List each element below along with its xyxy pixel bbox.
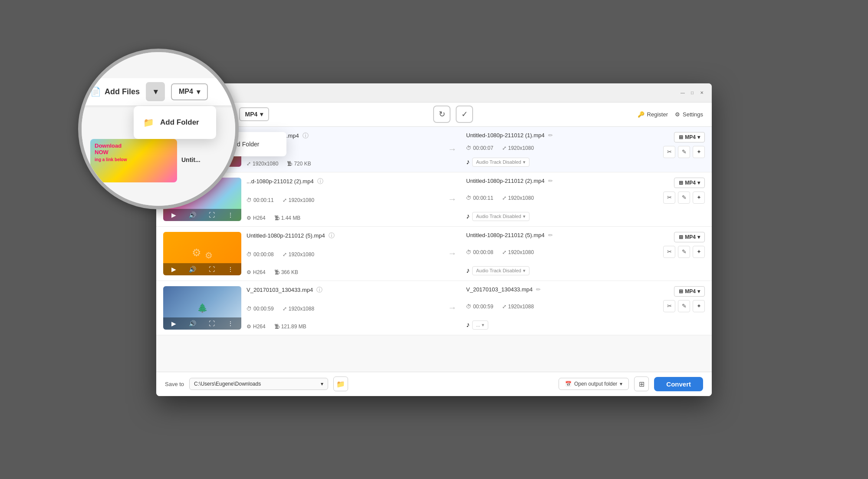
info-icon[interactable]: ⓘ — [329, 232, 335, 240]
close-button[interactable]: ✕ — [699, 89, 705, 96]
scissors-button[interactable]: ✂ — [663, 146, 675, 158]
output-meta: ⏱ 00:00:07 ⤢ 1920x1080 — [466, 145, 658, 151]
fullscreen-button[interactable]: ⛶ — [207, 319, 217, 328]
codec-meta: ⚙ H264 — [247, 324, 266, 330]
play-button[interactable]: ▶ — [170, 319, 178, 328]
output-format-tag[interactable]: ⊞ MP4 ▾ — [674, 232, 705, 242]
info-icon[interactable]: ⓘ — [302, 132, 309, 140]
output-info: V_20170103_130433.mp4 ✏ ⏱ 00:00:59 ⤢ 192… — [466, 286, 658, 330]
fullscreen-button[interactable]: ⛶ — [207, 265, 217, 274]
edit-button[interactable]: ✎ — [678, 246, 690, 258]
mag-add-files-label: 📄 Add Files — [90, 86, 140, 97]
resize-icon: ⤢ — [247, 161, 251, 167]
check-button[interactable]: ✓ — [456, 106, 473, 123]
info-icon[interactable]: ⓘ — [316, 286, 322, 294]
output-name-row: Untitled-1080p-211012 (2).mp4 ✏ — [466, 178, 658, 184]
edit-button[interactable]: ✎ — [678, 300, 690, 312]
scissors-button[interactable]: ✂ — [663, 300, 675, 312]
mag-dropdown-arrow: ▾ — [146, 82, 165, 101]
edit-name-icon[interactable]: ✏ — [548, 178, 553, 184]
format-arrow-icon: ▾ — [260, 111, 263, 118]
play-button[interactable]: ▶ — [170, 265, 178, 274]
settings-button[interactable]: ⚙ Settings — [675, 111, 703, 118]
file-meta-2: ⚙ H264 🗜 366 KB — [247, 269, 438, 275]
audio-track-dropdown[interactable]: Audio Track Disabled ▾ — [472, 266, 529, 275]
size-meta: 🗜 720 KB — [287, 161, 311, 167]
mag-add-folder-item: 📁 Add Folder — [134, 110, 216, 135]
arrow-col: → — [444, 178, 461, 221]
resize-icon: ⤢ — [283, 197, 287, 203]
fullscreen-button[interactable]: ⛶ — [207, 211, 217, 219]
edit-name-icon[interactable]: ✏ — [548, 232, 553, 238]
settings-label: Settings — [683, 111, 703, 118]
audio-track-label: Audio Track Disabled — [476, 268, 521, 273]
volume-button[interactable]: 🔊 — [187, 265, 198, 274]
bottom-bar: Save to C:\Users\Eugene\Downloads ▾ 📁 📅 … — [156, 372, 712, 396]
open-folder-button[interactable]: 📁 — [333, 377, 348, 391]
scissors-button[interactable]: ✂ — [663, 246, 675, 258]
resize-icon2: ⤢ — [502, 304, 506, 310]
arrow-right-icon: → — [448, 248, 457, 258]
edit-button[interactable]: ✎ — [678, 146, 690, 158]
minimize-button[interactable]: — — [680, 89, 686, 96]
refresh-button[interactable]: ↻ — [433, 106, 450, 123]
volume-button[interactable]: 🔊 — [187, 319, 198, 328]
format-chevron-icon: ▾ — [697, 234, 700, 240]
volume-button[interactable]: 🔊 — [187, 211, 198, 219]
output-name: V_20170103_130433.mp4 — [466, 286, 533, 293]
wand-button[interactable]: ✦ — [693, 146, 705, 158]
play-button[interactable]: ▶ — [170, 211, 178, 219]
mag-add-folder-icon: 📁 — [143, 117, 154, 128]
open-output-folder-button[interactable]: 📅 Open output folder ▾ — [559, 378, 629, 390]
output-actions: ⊞ MP4 ▾ ✂ ✎ ✦ — [663, 232, 705, 275]
more-button[interactable]: ⋮ — [226, 211, 235, 219]
edit-button[interactable]: ✎ — [678, 192, 690, 204]
edit-name-icon[interactable]: ✏ — [548, 132, 553, 139]
output-name: Untitled-1080p-211012 (2).mp4 — [466, 178, 545, 184]
info-icon[interactable]: ⓘ — [317, 178, 323, 185]
output-info: Untitled-1080p-211012 (2).mp4 ✏ ⏱ 00:00:… — [466, 178, 658, 221]
edit-name-icon[interactable]: ✏ — [536, 286, 541, 293]
refresh-icon: ↻ — [439, 109, 445, 119]
file-name: ...d-1080p-211012 (2).mp4 — [247, 178, 314, 185]
more-button[interactable]: ⋮ — [226, 319, 235, 328]
audio-track-dropdown[interactable]: Audio Track Disabled ▾ — [472, 212, 529, 221]
codec-icon: ⚙ — [247, 215, 251, 221]
register-icon: 🔑 — [638, 111, 644, 118]
register-button[interactable]: 🔑 Register — [638, 111, 668, 118]
scissors-button[interactable]: ✂ — [663, 192, 675, 204]
toolbar-center: ↻ ✓ — [274, 106, 632, 123]
save-path-input[interactable]: C:\Users\Eugene\Downloads ▾ — [189, 378, 328, 390]
output-format-tag[interactable]: ⊞ MP4 ▾ — [674, 132, 705, 142]
output-info: Untitled-1080p-211012 (1).mp4 ✏ ⏱ 00:00:… — [466, 132, 658, 167]
wand-button[interactable]: ✦ — [693, 300, 705, 312]
audio-track-dropdown[interactable]: ... ▾ — [472, 320, 488, 330]
folder-icon: 📁 — [336, 380, 345, 388]
thumbnail-overlay: ▶ 🔊 ⛶ ⋮ — [163, 317, 241, 330]
format-selector-button[interactable]: MP4 ▾ — [239, 107, 270, 121]
maximize-button[interactable]: □ — [689, 89, 695, 96]
output-folder-label: Open output folder — [574, 381, 617, 387]
grid-view-icon: ⊞ — [639, 380, 644, 388]
duration-meta: ⏱ 00:00:08 — [247, 251, 274, 258]
resolution-meta: ⤢ 1920x1080 — [283, 251, 314, 258]
wand-button[interactable]: ✦ — [693, 192, 705, 204]
clock-icon: ⏱ — [247, 306, 252, 312]
output-format-tag[interactable]: ⊞ MP4 ▾ — [674, 286, 705, 297]
file-name-row: ...d-1080p-211012 (2).mp4 ⓘ — [247, 178, 438, 185]
content-area[interactable]: ▶ 🔊 ⛶ ⋮ Untit... ...op 211012 (1).mp4 ⓘ — [156, 127, 712, 372]
arrow-right-icon: → — [448, 194, 457, 204]
output-duration: ⏱ 00:00:59 — [466, 304, 493, 310]
chevron-down-icon: ▾ — [523, 268, 526, 274]
output-duration: ⏱ 00:00:11 — [466, 195, 493, 201]
wand-button[interactable]: ✦ — [693, 246, 705, 258]
grid-view-button[interactable]: ⊞ — [634, 377, 649, 391]
more-button[interactable]: ⋮ — [226, 265, 235, 274]
output-name-row: V_20170103_130433.mp4 ✏ — [466, 286, 658, 293]
audio-track-dropdown[interactable]: Audio Track Disabled ▾ — [472, 158, 529, 167]
convert-button[interactable]: Convert — [654, 377, 703, 391]
audio-track-row: ♪ Audio Track Disabled ▾ — [466, 212, 658, 221]
output-actions: ⊞ MP4 ▾ ✂ ✎ ✦ — [663, 286, 705, 330]
output-format-tag[interactable]: ⊞ MP4 ▾ — [674, 178, 705, 188]
mag-add-files-text: Add Files — [105, 87, 140, 96]
